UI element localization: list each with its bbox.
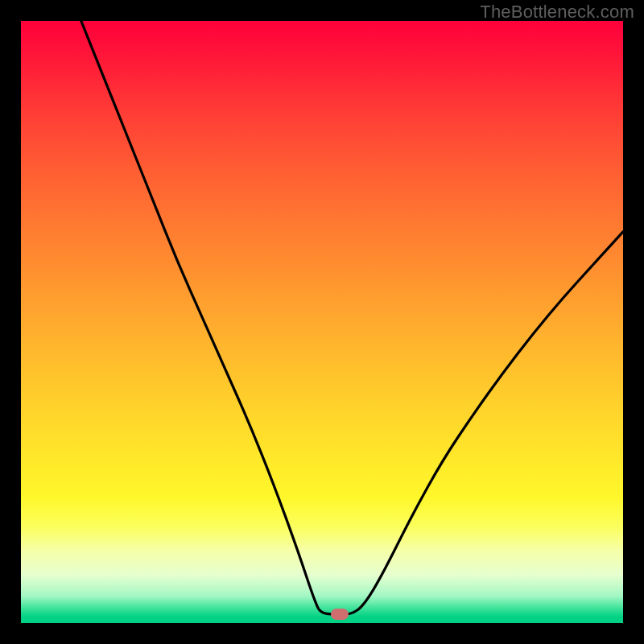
gradient-plot-area: [21, 21, 623, 623]
bottleneck-curve-path: [81, 21, 623, 614]
watermark-text: TheBottleneck.com: [480, 2, 634, 23]
chart-frame: TheBottleneck.com: [0, 0, 644, 644]
optimum-marker: [331, 609, 349, 620]
curve-svg: [21, 21, 623, 623]
